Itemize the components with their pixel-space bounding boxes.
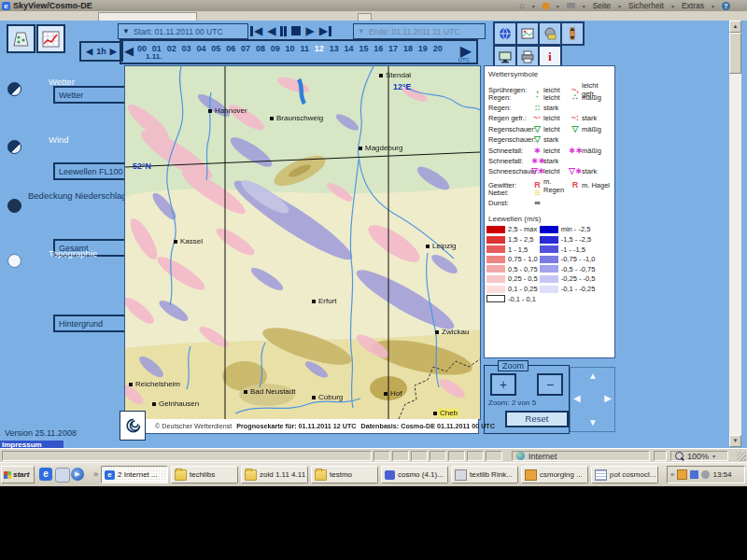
- scale-row: -0,5 - -0,75: [540, 264, 596, 274]
- skip-start-button[interactable]: ◀: [250, 25, 262, 36]
- skip-end-button[interactable]: ▶: [319, 25, 331, 36]
- legend-row-label: Schneefall:: [486, 157, 531, 165]
- timeline-hour[interactable]: 08: [256, 44, 265, 53]
- timeline-hour[interactable]: 04: [196, 44, 205, 53]
- timeline-hour[interactable]: 12: [315, 44, 324, 53]
- start-combo[interactable]: ▼ Start: 01.11.2011 00 UTC: [118, 23, 248, 39]
- stop-button[interactable]: [291, 26, 301, 35]
- scrollbar-thumb[interactable]: [729, 33, 741, 74]
- taskbar-tasks: e2 Internet ...techlibszold 1.11 4.11tes…: [101, 466, 658, 483]
- timeline-hour[interactable]: 13: [330, 44, 339, 53]
- fit-height-button[interactable]: [560, 21, 585, 46]
- start-button[interactable]: start: [1, 466, 35, 483]
- taskbar-button-label: zold 1.11 4.11: [260, 470, 305, 479]
- timeline-hour[interactable]: 09: [271, 44, 280, 53]
- scrollbar-down-button[interactable]: ▼: [729, 435, 741, 447]
- menu-extras[interactable]: Extras: [682, 1, 704, 10]
- map-caption: © Deutscher Wetterdienst Prognosekarte f…: [124, 419, 479, 434]
- pan-up-icon[interactable]: ▲: [588, 371, 598, 381]
- timeline-hour[interactable]: 03: [182, 44, 191, 53]
- reset-button[interactable]: Reset: [505, 411, 569, 427]
- help-button[interactable]: ?: [722, 2, 730, 10]
- pan-right-icon[interactable]: ▶: [604, 394, 612, 403]
- radio-wetter[interactable]: [7, 82, 21, 96]
- page-scrollbar[interactable]: ▲ ▼: [729, 21, 741, 447]
- pan-down-icon[interactable]: ▼: [588, 418, 598, 427]
- menu-seite[interactable]: Seite: [593, 1, 611, 10]
- quicklaunch-mediaplayer-icon[interactable]: ▶: [71, 468, 84, 481]
- taskbar-button[interactable]: zold 1.11 4.11: [241, 466, 308, 483]
- system-tray: « 13:54: [667, 466, 745, 483]
- play-button[interactable]: ▶: [305, 25, 314, 36]
- quicklaunch-chevron[interactable]: »: [93, 469, 98, 479]
- weather-symbol-icon: ≡: [531, 189, 543, 197]
- globe-button[interactable]: [493, 21, 517, 46]
- step-label: 1h: [96, 47, 106, 56]
- taskbar-button[interactable]: techlibs: [171, 466, 238, 483]
- timeline-hour[interactable]: 11: [300, 44, 309, 53]
- zoom-control[interactable]: 100% ▾: [670, 451, 728, 461]
- home-icon[interactable]: ⌂: [519, 1, 524, 10]
- pause-button[interactable]: [280, 26, 287, 36]
- taskbar-button[interactable]: csmorging ...: [521, 466, 588, 483]
- chart-view-button[interactable]: [36, 24, 65, 53]
- resize-grip[interactable]: [737, 452, 746, 461]
- timeline-hour[interactable]: 02: [167, 44, 176, 53]
- ende-combo[interactable]: ▼ Ende: 01.11.2011 21 UTC: [353, 23, 486, 39]
- quicklaunch-desktop-icon[interactable]: [55, 468, 70, 483]
- map-svg: 52°N 12°E StendalHannoverBraunschweigMag…: [125, 66, 480, 419]
- taskbar-button[interactable]: e2 Internet ...: [101, 466, 168, 483]
- radio-wind[interactable]: [7, 140, 21, 154]
- pan-left-icon[interactable]: ◀: [573, 394, 581, 403]
- taskbar-button[interactable]: textlib Rink...: [451, 466, 518, 483]
- save-button[interactable]: [538, 21, 562, 46]
- tray-icon-gray[interactable]: [701, 470, 710, 479]
- menu-sicherheit[interactable]: Sicherheit: [628, 1, 664, 10]
- image-export-button[interactable]: [515, 21, 540, 46]
- folder-icon: [245, 469, 257, 481]
- feed-icon[interactable]: [543, 3, 549, 9]
- scrollbar-up-button[interactable]: ▲: [729, 21, 741, 33]
- scale-swatch: [486, 236, 505, 244]
- taskbar-button[interactable]: pot cosmocl...: [591, 466, 658, 483]
- timeline-hour[interactable]: 10: [286, 44, 295, 53]
- radio-bedeckung[interactable]: [7, 199, 21, 213]
- spiral-icon: [123, 415, 142, 436]
- timeline-hour[interactable]: 20: [433, 44, 443, 53]
- monitor-icon: [499, 50, 512, 63]
- weather-map[interactable]: 52°N 12°E StendalHannoverBraunschweigMag…: [124, 65, 481, 420]
- legend-intensity: stark: [543, 104, 569, 112]
- print-icon[interactable]: [567, 3, 575, 8]
- timeline-hour[interactable]: 07: [241, 44, 250, 53]
- timeline-hour[interactable]: 15: [359, 44, 368, 53]
- play-reverse-button[interactable]: ◀: [267, 25, 275, 36]
- zoom-level: Zoom: 2 von 5: [488, 399, 536, 407]
- quicklaunch-ie-icon[interactable]: e: [39, 468, 52, 481]
- tray-icon-network[interactable]: [690, 470, 698, 479]
- timeline-hour[interactable]: 14: [345, 44, 354, 53]
- timeline-hour[interactable]: 18: [403, 44, 413, 53]
- weather-symbol-icon: ::: [531, 104, 543, 112]
- timeline-hour[interactable]: 17: [388, 44, 398, 53]
- tray-icon-orange[interactable]: [677, 469, 687, 480]
- city-label: Braunschweig: [276, 114, 323, 122]
- timeline-hour[interactable]: 19: [418, 44, 428, 53]
- legend-row-label: Schneefall:: [486, 147, 531, 155]
- taskbar-button[interactable]: testmo: [311, 466, 378, 483]
- step-decrease-button[interactable]: ◀: [86, 47, 92, 56]
- timeline-prev-button[interactable]: ◀: [124, 44, 134, 58]
- command-bar: ⌂▾ ▾ ▾ Seite▾ Sicherheit▾ Extras▾ ?: [519, 0, 730, 11]
- timeline-hour[interactable]: 05: [211, 44, 220, 53]
- tray-chevron[interactable]: «: [670, 470, 674, 479]
- radio-topographie[interactable]: [7, 254, 21, 268]
- zoom-in-button[interactable]: +: [490, 373, 516, 396]
- legend-intensity: stark: [582, 167, 613, 175]
- zoom-out-button[interactable]: −: [537, 373, 563, 396]
- step-increase-button[interactable]: ▶: [110, 47, 117, 56]
- city-marker: [312, 300, 316, 303]
- info-icon: i: [548, 50, 551, 64]
- timeline-hour[interactable]: 06: [226, 44, 235, 53]
- taskbar-button[interactable]: cosmo (4.1)...: [381, 466, 448, 483]
- timeline-hour[interactable]: 16: [374, 44, 383, 53]
- map-view-button[interactable]: [7, 24, 35, 53]
